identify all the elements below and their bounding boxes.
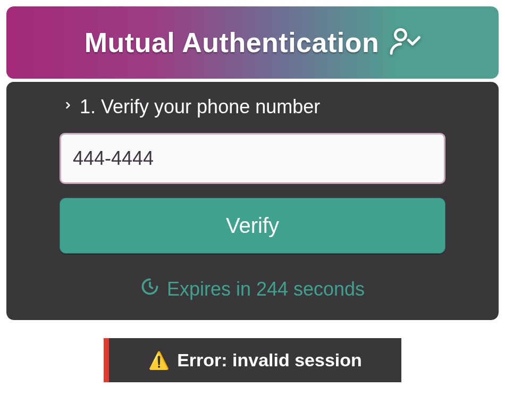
- card-body: 1. Verify your phone number Verify Expir…: [6, 82, 499, 320]
- expires-row: Expires in 244 seconds: [60, 277, 445, 301]
- auth-card: Mutual Authentication 1. Verify your pho…: [6, 6, 499, 320]
- verify-button[interactable]: Verify: [60, 198, 445, 254]
- step-label-text: 1. Verify your phone number: [80, 96, 320, 118]
- card-header: Mutual Authentication: [6, 6, 499, 79]
- error-text: Error: invalid session: [177, 350, 362, 371]
- warning-icon: ⚠️: [148, 352, 170, 369]
- page-title: Mutual Authentication: [85, 27, 380, 58]
- user-check-icon: [389, 26, 420, 60]
- chevron-right-icon: [63, 96, 73, 118]
- expires-text: Expires in 244 seconds: [167, 278, 365, 300]
- timer-icon: [140, 277, 159, 301]
- svg-point-0: [395, 30, 406, 40]
- error-banner: ⚠️ Error: invalid session: [104, 338, 401, 382]
- step-heading: 1. Verify your phone number: [63, 96, 445, 118]
- phone-input[interactable]: [60, 133, 445, 184]
